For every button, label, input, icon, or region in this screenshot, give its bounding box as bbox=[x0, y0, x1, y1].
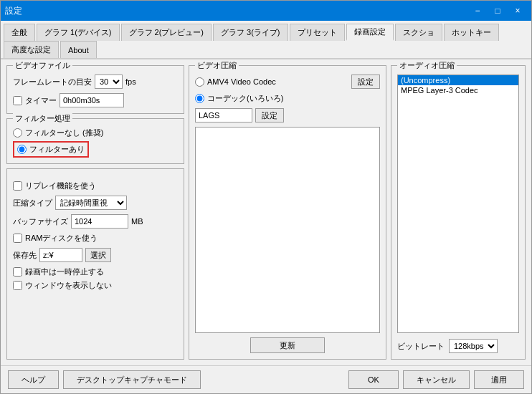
help-button[interactable]: ヘルプ bbox=[8, 370, 59, 389]
audio-list-item-1[interactable]: MPEG Layer-3 Codec bbox=[398, 85, 518, 95]
with-filter-selected: フィルターあり bbox=[13, 141, 89, 158]
minimize-button[interactable]: − bbox=[468, 4, 487, 18]
framerate-row: フレームレートの目安 30 15 60 fps bbox=[13, 75, 178, 89]
codec-label: コーデック(いろいろ) bbox=[207, 93, 283, 104]
buffer-size-row: バッファサイズ MB bbox=[13, 214, 178, 229]
title-bar: 設定 − □ × bbox=[1, 1, 531, 21]
compression-type-select[interactable]: 記録時間重視 bbox=[55, 196, 127, 210]
video-comp-panel-title: ビデオ圧縮 bbox=[195, 60, 239, 71]
replay-enable-row: リプレイ機能を使う bbox=[13, 181, 178, 191]
video-comp-panel: ビデオ圧縮 AMV4 Video Codec 設定 コーデック(いろいろ) 設定 bbox=[189, 65, 386, 360]
tab-hotkey[interactable]: ホットキー bbox=[444, 24, 499, 41]
timer-row: タイマー 0h00m30s bbox=[13, 93, 178, 107]
tab-graph2[interactable]: グラフ 2(プレビュー) bbox=[121, 24, 212, 41]
bitrate-row: ビットレート 128kbps 64kbps 192kbps 256kbps bbox=[397, 339, 519, 353]
content-area: ビデオファイル フレームレートの目安 30 15 60 fps タイマー 0 bbox=[1, 59, 531, 365]
tab-graph3[interactable]: グラフ 3(ライブ) bbox=[213, 24, 288, 41]
desktop-mode-button[interactable]: デスクトップキャプチャモード bbox=[63, 370, 201, 389]
tab-general[interactable]: 全般 bbox=[4, 24, 35, 41]
framerate-select[interactable]: 30 15 60 bbox=[95, 75, 123, 89]
video-file-panel: ビデオファイル フレームレートの目安 30 15 60 fps タイマー 0 bbox=[6, 65, 184, 114]
hide-window-label: ウィンドウを表示しない bbox=[25, 280, 112, 291]
window-title: 設定 bbox=[5, 5, 22, 17]
tab-advanced[interactable]: 高度な設定 bbox=[4, 41, 59, 58]
maximize-button[interactable]: □ bbox=[488, 4, 507, 18]
no-filter-label: フィルターなし (推奨) bbox=[25, 128, 103, 138]
replay-panel: リプレイ機能を使う 圧縮タイプ 記録時間重視 バッファサイズ MB bbox=[6, 168, 184, 360]
timer-input[interactable]: 0h00m30s bbox=[60, 93, 124, 107]
tab-scene[interactable]: スクショ bbox=[395, 24, 442, 41]
tab-record[interactable]: 録画設定 bbox=[346, 24, 394, 41]
amv4-row: AMV4 Video Codec 設定 bbox=[195, 75, 380, 89]
update-button[interactable]: 更新 bbox=[250, 337, 325, 353]
codec-settings-button[interactable]: 設定 bbox=[255, 108, 284, 122]
save-path-label: 保存先 bbox=[13, 250, 37, 261]
bottom-bar: ヘルプ デスクトップキャプチャモード OK キャンセル 適用 bbox=[1, 365, 531, 393]
with-filter-label: フィルターあり bbox=[29, 144, 85, 155]
with-filter-row: フィルターあり bbox=[13, 141, 178, 158]
browse-button[interactable]: 選択 bbox=[85, 248, 111, 262]
bottom-left-buttons: ヘルプ デスクトップキャプチャモード bbox=[8, 370, 201, 389]
save-path-row: 保存先 選択 bbox=[13, 248, 178, 262]
filter-panel: フィルター処理 フィルターなし (推奨) フィルターあり bbox=[6, 118, 184, 164]
pause-recording-label: 録画中は一時停止する bbox=[25, 266, 104, 277]
ram-disk-checkbox[interactable] bbox=[13, 234, 22, 243]
tab-about[interactable]: About bbox=[60, 41, 97, 58]
ram-disk-label: RAMディスクを使う bbox=[25, 233, 98, 244]
update-btn-row: 更新 bbox=[195, 337, 380, 353]
amv4-label: AMV4 Video Codec bbox=[207, 77, 276, 86]
left-column: ビデオファイル フレームレートの目安 30 15 60 fps タイマー 0 bbox=[6, 65, 184, 360]
timer-checkbox[interactable] bbox=[13, 96, 22, 105]
compression-type-label: 圧縮タイプ bbox=[13, 198, 52, 208]
main-row: ビデオファイル フレームレートの目安 30 15 60 fps タイマー 0 bbox=[6, 65, 526, 360]
audio-comp-panel: オーディオ圧縮 (Uncompress) MPEG Layer-3 Codec … bbox=[391, 65, 526, 360]
filter-panel-title: フィルター処理 bbox=[13, 113, 72, 124]
timer-label: タイマー bbox=[25, 95, 57, 106]
main-window: 設定 − □ × 全般 グラフ 1(デバイス) グラフ 2(プレビュー) グラフ… bbox=[0, 0, 532, 394]
tab-bar: 全般 グラフ 1(デバイス) グラフ 2(プレビュー) グラフ 3(ライブ) プ… bbox=[1, 21, 531, 59]
ok-button[interactable]: OK bbox=[348, 370, 399, 389]
audio-codec-list[interactable]: (Uncompress) MPEG Layer-3 Codec bbox=[397, 75, 519, 333]
pause-recording-checkbox[interactable] bbox=[13, 267, 22, 277]
compression-type-row: 圧縮タイプ 記録時間重視 bbox=[13, 196, 178, 210]
amv4-radio[interactable] bbox=[195, 77, 204, 87]
buffer-size-unit: MB bbox=[131, 217, 143, 226]
tab-preset[interactable]: プリセット bbox=[290, 24, 345, 41]
codec-name-input[interactable] bbox=[195, 108, 252, 122]
audio-list-item-0[interactable]: (Uncompress) bbox=[398, 75, 518, 85]
hide-window-checkbox[interactable] bbox=[13, 281, 22, 290]
cancel-button[interactable]: キャンセル bbox=[403, 370, 470, 389]
no-filter-row: フィルターなし (推奨) bbox=[13, 128, 178, 138]
codec-name-row: 設定 bbox=[195, 108, 380, 122]
replay-checkbox[interactable] bbox=[13, 181, 22, 191]
codec-radio[interactable] bbox=[195, 94, 204, 103]
bitrate-select[interactable]: 128kbps 64kbps 192kbps 256kbps bbox=[449, 339, 498, 353]
bitrate-label: ビットレート bbox=[397, 341, 445, 352]
apply-button[interactable]: 適用 bbox=[474, 370, 524, 389]
bottom-right-buttons: OK キャンセル 適用 bbox=[348, 370, 524, 389]
pause-recording-row: 録画中は一時停止する bbox=[13, 266, 178, 277]
audio-comp-panel-title: オーディオ圧縮 bbox=[397, 60, 457, 71]
fps-label: fps bbox=[125, 77, 136, 86]
no-filter-radio[interactable] bbox=[13, 128, 22, 138]
framerate-label: フレームレートの目安 bbox=[13, 77, 92, 87]
hide-window-row: ウィンドウを表示しない bbox=[13, 280, 178, 291]
buffer-size-label: バッファサイズ bbox=[13, 216, 68, 227]
title-bar-controls: − □ × bbox=[468, 4, 527, 18]
with-filter-radio[interactable] bbox=[17, 145, 27, 154]
buffer-size-input[interactable] bbox=[71, 214, 128, 229]
middle-column: ビデオ圧縮 AMV4 Video Codec 設定 コーデック(いろいろ) 設定 bbox=[189, 65, 386, 360]
video-file-panel-title: ビデオファイル bbox=[13, 60, 72, 71]
save-path-input[interactable] bbox=[39, 248, 82, 262]
right-column: オーディオ圧縮 (Uncompress) MPEG Layer-3 Codec … bbox=[391, 65, 526, 360]
replay-label: リプレイ機能を使う bbox=[25, 181, 96, 191]
ram-disk-row: RAMディスクを使う bbox=[13, 233, 178, 244]
tab-graph1[interactable]: グラフ 1(デバイス) bbox=[37, 24, 120, 41]
close-button[interactable]: × bbox=[508, 4, 527, 18]
codec-row: コーデック(いろいろ) bbox=[195, 93, 380, 104]
codec-list bbox=[195, 127, 380, 333]
amv4-settings-button[interactable]: 設定 bbox=[351, 75, 380, 89]
